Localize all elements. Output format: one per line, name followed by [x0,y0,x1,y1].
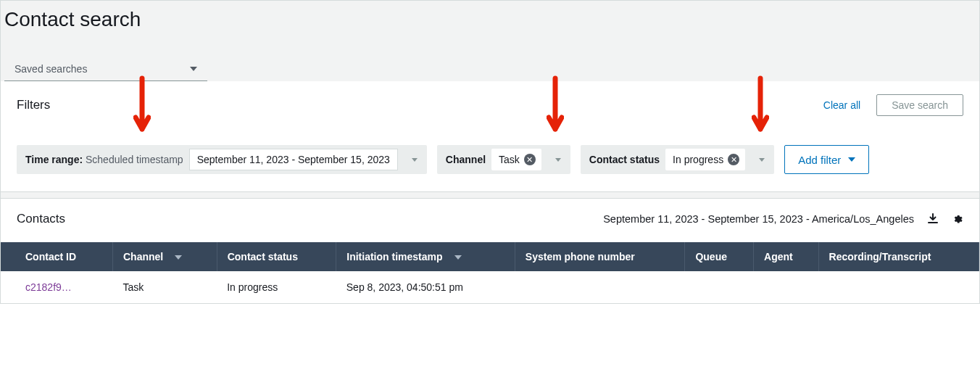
filter-contact-status-chip: In progress ✕ [665,149,745,170]
col-agent[interactable]: Agent [754,242,819,271]
cell-contact-id[interactable]: c2182f9… [1,271,112,303]
cell-contact-status: In progress [217,271,336,303]
remove-channel-chip-icon[interactable]: ✕ [524,154,536,165]
save-search-button[interactable]: Save search [876,94,963,116]
page-title: Contact search [4,8,976,31]
cell-system-phone [515,271,685,303]
saved-searches-label: Saved searches [14,63,87,75]
sort-caret-icon [454,255,462,260]
filter-channel-expand[interactable] [546,145,570,174]
col-contact-status[interactable]: Contact status [217,242,336,271]
remove-contact-status-chip-icon[interactable]: ✕ [728,154,739,165]
add-filter-label: Add filter [798,154,841,166]
filter-time-range-value[interactable]: September 11, 2023 - September 15, 2023 [189,149,398,170]
caret-down-icon [848,157,855,162]
filter-time-range-expand[interactable] [402,145,427,174]
cell-queue [685,271,754,303]
filter-contact-status-label: Contact status [589,154,660,165]
filter-contact-status: Contact status In progress ✕ [581,145,774,174]
col-contact-id[interactable]: Contact ID [1,242,112,271]
clear-all-link[interactable]: Clear all [823,99,860,111]
filters-section: Filters Clear all Save search Time range… [1,81,979,191]
filter-contact-status-value: In progress [673,154,723,165]
contacts-table: Contact ID Channel Contact status Initia… [1,242,979,303]
filters-heading: Filters [17,98,50,112]
caret-down-icon [555,158,561,162]
col-recording[interactable]: Recording/Transcript [818,242,979,271]
section-divider [1,191,979,199]
caret-down-icon [759,158,765,162]
filter-time-range-label: Time range: Scheduled timestamp [25,154,183,165]
filter-channel-value: Task [499,154,520,165]
caret-down-icon [190,67,197,71]
gear-icon[interactable] [952,213,963,225]
filter-channel-chip: Task ✕ [491,149,541,170]
filter-time-range: Time range: Scheduled timestamp Septembe… [17,145,427,174]
contacts-range-tz: September 11, 2023 - September 15, 2023 … [603,213,914,225]
filter-channel: Channel Task ✕ [437,145,570,174]
contacts-section: Contacts September 11, 2023 - September … [1,199,979,303]
cell-initiation-timestamp: Sep 8, 2023, 04:50:51 pm [336,271,515,303]
add-filter-button[interactable]: Add filter [784,145,869,174]
filter-contact-status-expand[interactable] [749,145,774,174]
cell-channel: Task [112,271,217,303]
table-row: c2182f9… Task In progress Sep 8, 2023, 0… [1,271,979,303]
caret-down-icon [412,158,418,162]
col-channel[interactable]: Channel [112,242,217,271]
cell-recording [818,271,979,303]
col-queue[interactable]: Queue [685,242,754,271]
col-initiation-timestamp[interactable]: Initiation timestamp [336,242,515,271]
col-system-phone[interactable]: System phone number [515,242,685,271]
sort-caret-icon [175,255,182,260]
saved-searches-dropdown[interactable]: Saved searches [4,57,207,81]
filter-channel-label: Channel [446,154,486,165]
contacts-heading: Contacts [17,212,65,226]
download-icon[interactable] [927,213,939,225]
cell-agent [754,271,819,303]
